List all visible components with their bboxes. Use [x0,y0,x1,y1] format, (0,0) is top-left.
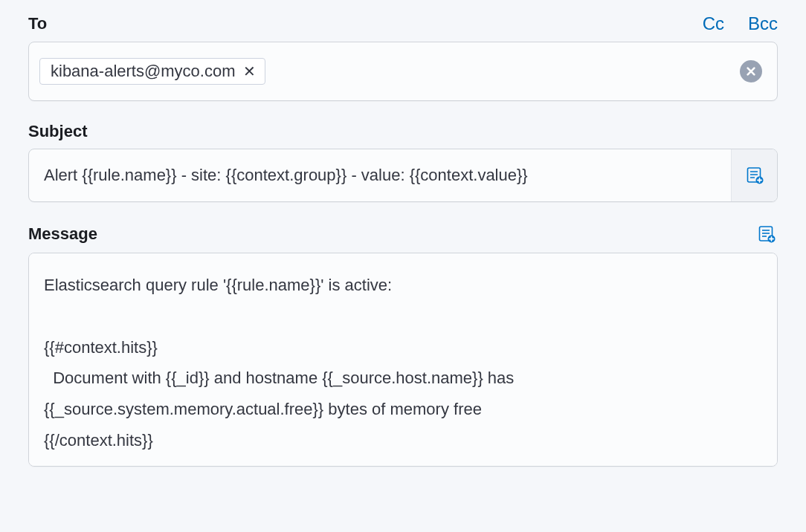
message-label-row: Message [28,223,778,245]
insert-variable-message-button[interactable] [755,223,778,245]
to-label-row: To Cc Bcc [28,13,778,34]
subject-input[interactable] [29,149,731,201]
subject-field-block: Subject [28,122,778,202]
close-icon [746,66,756,77]
recipient-email: kibana-alerts@myco.com [51,62,236,81]
bcc-button[interactable]: Bcc [748,13,778,34]
message-field-block: Message [28,223,778,470]
cc-bcc-group: Cc Bcc [703,13,778,34]
email-form: To Cc Bcc kibana-alerts@myco.com ✕ Subje… [0,0,806,513]
message-textarea[interactable] [28,253,778,467]
insert-variable-icon [746,166,764,184]
to-label: To [28,14,47,33]
to-input[interactable]: kibana-alerts@myco.com ✕ [28,42,778,101]
subject-label-row: Subject [28,122,778,141]
recipient-pill[interactable]: kibana-alerts@myco.com ✕ [39,58,265,85]
message-label: Message [28,224,97,244]
subject-row [28,149,778,202]
insert-variable-icon [758,225,776,243]
subject-label: Subject [28,122,87,141]
remove-pill-icon[interactable]: ✕ [243,64,256,79]
cc-button[interactable]: Cc [703,13,724,34]
clear-recipients-button[interactable] [740,60,762,82]
to-field-block: To Cc Bcc kibana-alerts@myco.com ✕ [28,13,778,101]
insert-variable-subject-button[interactable] [731,149,777,201]
